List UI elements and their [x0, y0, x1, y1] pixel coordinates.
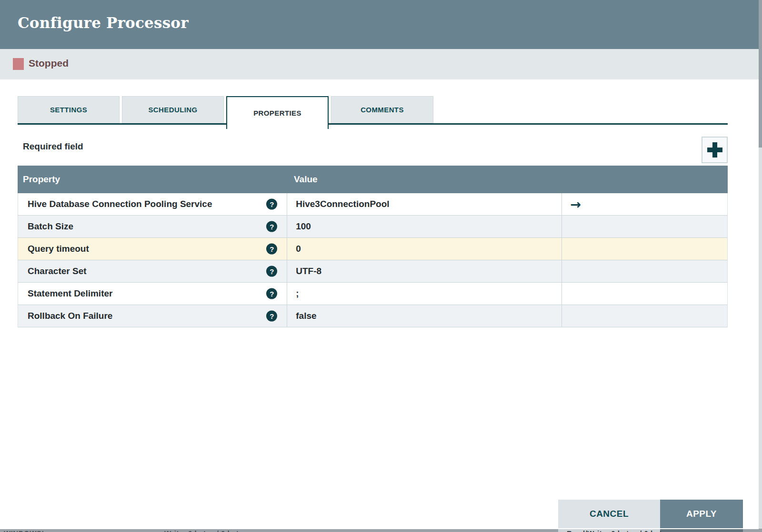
property-action-cell: →	[561, 193, 727, 215]
table-row: Hive Database Connection Pooling Service…	[18, 193, 728, 216]
background-page-right-sliver-top	[759, 0, 762, 148]
property-name: Hive Database Connection Pooling Service	[28, 199, 212, 209]
table-row: Query timeout ? 0	[18, 238, 728, 260]
status-label: Stopped	[29, 58, 69, 69]
column-header-property: Property	[18, 174, 287, 185]
stopped-status-icon	[13, 58, 24, 70]
apply-button[interactable]: APPLY	[660, 500, 743, 528]
help-icon[interactable]: ?	[266, 266, 277, 277]
property-value-cell[interactable]: ;	[287, 283, 561, 305]
property-action-cell	[561, 238, 727, 260]
property-name: Character Set	[28, 266, 87, 276]
property-value-cell[interactable]: Hive3ConnectionPool	[287, 193, 561, 215]
dialog-tabs: SETTINGS SCHEDULING PROPERTIES COMMENTS	[18, 96, 728, 130]
tab-properties-label: PROPERTIES	[253, 109, 301, 117]
table-row: Character Set ? UTF-8	[18, 260, 728, 283]
tab-settings-label: SETTINGS	[50, 106, 87, 114]
property-name: Query timeout	[28, 244, 89, 254]
help-icon[interactable]: ?	[266, 288, 277, 299]
table-row: Batch Size ? 100	[18, 216, 728, 238]
cancel-button[interactable]: CANCEL	[558, 500, 660, 528]
background-page-bottom-sliver: WINDOWS! Write: 0 bytes / 0 byt Read/Wri…	[0, 529, 762, 532]
tab-properties[interactable]: PROPERTIES	[226, 96, 329, 129]
dialog-title: Configure Processor	[18, 14, 189, 31]
add-property-button[interactable]	[702, 137, 728, 163]
configure-processor-dialog: Configure Processor Stopped SETTINGS SCH…	[0, 0, 759, 529]
properties-table: Property Value Hive Database Connection …	[18, 166, 728, 327]
property-value: false	[296, 311, 316, 321]
property-action-cell	[561, 216, 727, 237]
tab-comments[interactable]: COMMENTS	[331, 96, 433, 123]
tab-underline	[18, 123, 728, 125]
plus-icon	[707, 142, 722, 158]
help-icon[interactable]: ?	[266, 199, 277, 210]
column-header-value: Value	[287, 174, 562, 185]
property-value: 100	[296, 221, 311, 232]
property-name-cell: Hive Database Connection Pooling Service…	[18, 193, 287, 215]
clipped-background-text: WINDOWS!	[4, 529, 44, 532]
property-name: Statement Delimiter	[28, 288, 112, 299]
dialog-footer-buttons: CANCEL APPLY	[558, 500, 743, 528]
property-name-cell: Character Set ?	[18, 260, 287, 282]
table-header-row: Property Value	[18, 166, 728, 193]
property-name: Batch Size	[28, 221, 73, 232]
tab-comments-label: COMMENTS	[361, 106, 404, 114]
property-value-cell[interactable]: 100	[287, 216, 561, 237]
property-name-cell: Batch Size ?	[18, 216, 287, 237]
property-value: Hive3ConnectionPool	[296, 199, 389, 209]
property-action-cell	[561, 260, 727, 282]
property-value: ;	[296, 288, 299, 299]
required-field-label: Required field	[23, 141, 83, 152]
table-row: Statement Delimiter ? ;	[18, 283, 728, 305]
property-value: UTF-8	[296, 266, 321, 276]
property-action-cell	[561, 283, 727, 305]
tab-settings[interactable]: SETTINGS	[18, 96, 120, 123]
go-to-service-icon[interactable]: →	[570, 198, 581, 211]
property-value-cell[interactable]: UTF-8	[287, 260, 561, 282]
property-value: 0	[296, 244, 301, 254]
clipped-background-text: Write: 0 bytes / 0 byt	[164, 529, 239, 532]
property-value-cell[interactable]: 0	[287, 238, 561, 260]
property-name: Rollback On Failure	[28, 311, 112, 321]
tab-scheduling-label: SCHEDULING	[148, 106, 197, 114]
table-row: Rollback On Failure ? false	[18, 305, 728, 327]
background-page-right-sliver	[759, 0, 762, 529]
background-bottom-segment-dark	[660, 529, 743, 532]
property-name-cell: Query timeout ?	[18, 238, 287, 260]
property-action-cell	[561, 305, 727, 327]
help-icon[interactable]: ?	[266, 244, 277, 255]
help-icon[interactable]: ?	[266, 311, 277, 322]
dialog-header: Configure Processor	[0, 0, 759, 49]
property-name-cell: Rollback On Failure ?	[18, 305, 287, 327]
clipped-background-text: Read/Write: 0 bytes / 0 byt	[567, 529, 662, 532]
tab-scheduling[interactable]: SCHEDULING	[122, 96, 224, 123]
help-icon[interactable]: ?	[266, 221, 277, 232]
property-name-cell: Statement Delimiter ?	[18, 283, 287, 305]
processor-status-bar: Stopped	[0, 49, 759, 79]
property-value-cell[interactable]: false	[287, 305, 561, 327]
